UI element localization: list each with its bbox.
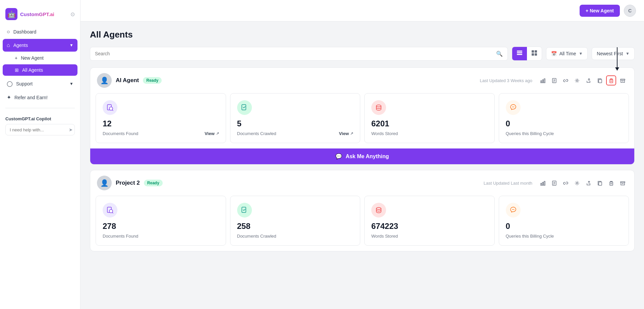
svg-rect-38: [599, 182, 602, 185]
support-expand-icon: ▼: [69, 81, 73, 86]
agent-actions-1: Last Updated 3 Weeks ago: [480, 75, 628, 85]
stat-docs-crawled-2: 258 Documents Crawled: [230, 196, 361, 246]
agent-settings-button-1[interactable]: [572, 75, 582, 85]
search-box[interactable]: 🔍: [90, 47, 508, 61]
new-agent-label: New Agent: [21, 55, 44, 61]
svg-rect-17: [599, 79, 602, 83]
stat-value-docs-crawled: 5: [237, 119, 241, 128]
agent-copy-button-1[interactable]: [595, 75, 605, 85]
svg-point-47: [376, 207, 381, 209]
agent-link-button-1[interactable]: [560, 75, 571, 85]
svg-rect-4: [517, 54, 522, 55]
svg-rect-11: [544, 79, 545, 83]
agent-card-1: 👤 AI Agent Ready Last Updated 3 Weeks ag…: [90, 67, 635, 165]
agent-archive-button-2[interactable]: [618, 178, 628, 188]
copilot-send-icon[interactable]: ➤: [69, 127, 73, 132]
agent-docs-button-1[interactable]: [549, 75, 559, 85]
agent-delete-button-2[interactable]: [606, 178, 616, 188]
svg-point-50: [514, 209, 514, 210]
stat-words-stored-1: 6201 Words Stored: [364, 93, 495, 143]
agent-archive-button-1[interactable]: [618, 75, 628, 85]
svg-rect-31: [542, 182, 543, 185]
stat-icon-docs-found: [103, 100, 117, 115]
stat-label-words: Words Stored: [371, 131, 488, 136]
svg-rect-10: [542, 80, 543, 83]
list-view-button[interactable]: [512, 47, 527, 60]
stat-label-queries: Queries this Billing Cycle: [506, 131, 622, 136]
calendar-icon: 📅: [551, 51, 557, 56]
agent-share-button-2[interactable]: [583, 178, 593, 188]
stat-link-docs-crawled[interactable]: View ↗: [339, 131, 353, 136]
copilot-input-area[interactable]: ➤: [5, 124, 75, 135]
agent-delete-button-1[interactable]: [606, 75, 616, 85]
agent-name-1: AI Agent: [116, 77, 139, 84]
logo-text: CustomGPT.ai: [20, 11, 54, 17]
dashboard-icon: ○: [7, 29, 10, 35]
stat-icon-docs-crawled: [237, 100, 252, 115]
view-toggle: [512, 47, 542, 61]
sidebar-item-support[interactable]: ◯ Support ▼: [3, 77, 77, 90]
copilot-input[interactable]: [10, 127, 66, 132]
agent-link-button-2[interactable]: [560, 178, 571, 188]
sidebar-item-all-agents[interactable]: ⊞ All Agents: [3, 64, 77, 76]
agent-avatar-2: 👤: [97, 176, 112, 190]
stat-queries-2: 0 Queries this Billing Cycle: [499, 196, 629, 246]
sidebar-item-agents-label: Agents: [13, 43, 28, 48]
ask-me-anything-bar-1[interactable]: 💬 Ask Me Anything: [90, 148, 634, 164]
agent-stats-button-2[interactable]: [538, 178, 548, 188]
stat-docs-found-2: 278 Documents Found: [96, 196, 226, 246]
support-icon: ◯: [7, 80, 13, 87]
sidebar-item-dashboard[interactable]: ○ Dashboard: [3, 25, 77, 38]
agent-copy-button-2[interactable]: [595, 178, 605, 188]
stat-icon-queries: [506, 100, 521, 115]
stat-queries-1: 0 Queries this Billing Cycle: [499, 93, 629, 143]
user-avatar[interactable]: C: [624, 5, 636, 17]
svg-line-45: [112, 212, 113, 213]
svg-point-48: [512, 209, 513, 210]
sidebar-item-refer-label: Refer and Earn!: [14, 95, 48, 100]
all-agents-label: All Agents: [22, 67, 43, 73]
svg-rect-6: [535, 50, 537, 53]
stat-label-words-2: Words Stored: [371, 234, 488, 239]
stat-label-docs-found: Documents Found: [103, 131, 138, 136]
agent-stats-button-1[interactable]: [538, 75, 548, 85]
svg-rect-30: [541, 183, 542, 185]
ask-bar-icon: 💬: [335, 153, 342, 160]
svg-rect-18: [610, 79, 613, 83]
delete-arrow-annotation: [615, 47, 619, 71]
sidebar: 🤖 CustomGPT.ai ⊙ ○ Dashboard ⌂ Agents ▼ …: [0, 0, 80, 309]
agents-expand-icon: ▼: [69, 43, 73, 48]
stat-value-queries-2: 0: [506, 222, 622, 231]
svg-rect-3: [517, 52, 522, 53]
agent-docs-button-2[interactable]: [549, 178, 559, 188]
copilot-section: CustomGPT.ai Copilot ➤: [0, 112, 80, 139]
svg-rect-42: [621, 182, 625, 183]
main-content: + New Agent C All Agents 🔍 📅 All Time: [80, 0, 644, 309]
stat-value-queries: 0: [506, 119, 622, 128]
svg-rect-5: [532, 50, 534, 53]
sort-filter[interactable]: Newest First ▼: [592, 47, 635, 60]
grid-view-button[interactable]: [527, 47, 542, 60]
svg-point-16: [576, 80, 578, 81]
filters-row: 🔍 📅 All Time ▼ Newest First ▼: [90, 47, 635, 61]
stat-link-docs-found[interactable]: View ↗: [205, 131, 219, 136]
time-filter-chevron: ▼: [579, 51, 583, 56]
new-agent-button[interactable]: + New Agent: [580, 5, 620, 17]
svg-point-29: [514, 107, 514, 107]
sidebar-item-label: Dashboard: [13, 29, 37, 35]
stat-icon-queries-2: [506, 203, 521, 218]
sidebar-item-new-agent[interactable]: + New Agent: [3, 52, 77, 64]
refer-icon: ✦: [7, 94, 11, 101]
search-input[interactable]: [95, 51, 493, 56]
agent-settings-button-2[interactable]: [572, 178, 582, 188]
sidebar-item-refer[interactable]: ✦ Refer and Earn!: [3, 91, 77, 104]
sidebar-item-agents[interactable]: ⌂ Agents ▼: [3, 39, 77, 52]
agent-share-button-1[interactable]: [583, 75, 593, 85]
content-area: All Agents 🔍 📅 All Time ▼ Ne: [80, 21, 644, 309]
svg-rect-46: [242, 207, 246, 212]
stat-value-docs-found-2: 278: [103, 222, 219, 231]
clock-icon[interactable]: ⊙: [70, 11, 75, 17]
time-filter[interactable]: 📅 All Time ▼: [546, 47, 588, 60]
page-title: All Agents: [90, 29, 635, 40]
sidebar-nav-2: ◯ Support ▼ ✦ Refer and Earn!: [0, 77, 80, 104]
